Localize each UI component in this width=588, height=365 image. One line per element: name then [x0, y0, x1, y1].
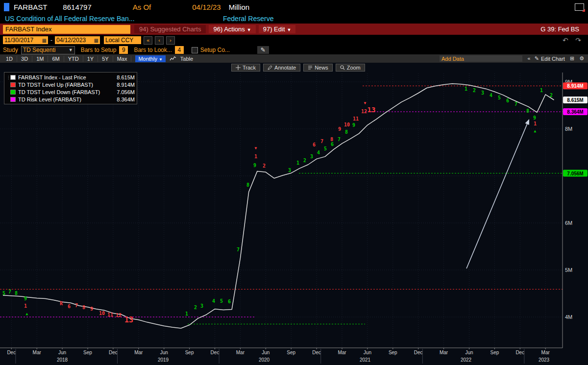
calendar-icon[interactable]: ▦ [42, 38, 47, 43]
undo-icon[interactable]: ↶ [563, 36, 568, 44]
svg-text:2022: 2022 [461, 357, 472, 363]
date-range-bar: 11/30/2017 ▦ - 04/12/2023 ▦ Local CCY « … [0, 35, 588, 46]
svg-text:8: 8 [345, 129, 348, 135]
drag-handle-icon[interactable]: ⋮ [6, 75, 10, 80]
svg-text:10: 10 [344, 122, 350, 127]
svg-text:8: 8 [15, 291, 18, 296]
table-view-button[interactable]: Table [180, 56, 193, 62]
actions-menu-button[interactable]: 96) Actions▼ [209, 25, 255, 33]
screen-export-icon[interactable] [575, 3, 584, 11]
legend-swatch [10, 97, 16, 102]
svg-text:▲: ▲ [534, 129, 537, 133]
range-tab-1y[interactable]: 1Y [83, 56, 98, 62]
legend-row-tdst-down[interactable]: TD TDST Level Down (FARBAST) 7.056M [6, 88, 135, 96]
nav-first-button[interactable]: « [144, 36, 152, 45]
unit-label: Million [229, 3, 250, 11]
chart-controls-right: Add Data « ✎ Edit Chart ⊞ ⚙ [440, 55, 586, 62]
range-tab-1m[interactable]: 1M [32, 56, 48, 62]
panel-id: G 39: Fed BS [540, 25, 579, 33]
svg-text:4: 4 [490, 93, 492, 98]
date-from-input[interactable]: 11/30/2017 ▦ [3, 36, 48, 44]
nav-next-button[interactable]: › [166, 36, 175, 45]
svg-text:Mar: Mar [541, 350, 550, 355]
svg-text:1: 1 [534, 121, 537, 126]
calendar-icon[interactable]: ▦ [94, 38, 98, 43]
svg-text:Jun: Jun [58, 350, 66, 355]
legend-label: TD TDST Level Up (FARBAST) [18, 82, 117, 88]
svg-text:4: 4 [212, 298, 215, 304]
date-to-input[interactable]: 04/12/2023 ▦ [55, 36, 100, 44]
range-tab-max[interactable]: Max [113, 56, 132, 62]
track-button[interactable]: Track [231, 64, 260, 72]
edit-menu-button[interactable]: 97) Edit▼ [259, 25, 296, 33]
nav-prev-button[interactable]: ‹ [155, 36, 164, 45]
news-label: News [315, 65, 328, 71]
add-data-input[interactable]: Add Data [440, 55, 522, 62]
range-tab-ytd[interactable]: YTD [64, 56, 83, 62]
svg-text:2018: 2018 [57, 357, 68, 363]
spreadsheet-icon[interactable]: ⊞ [570, 55, 574, 62]
svg-text:12: 12 [116, 313, 122, 318]
range-tab-6m[interactable]: 6M [48, 56, 64, 62]
range-tab-1d[interactable]: 1D [2, 56, 17, 62]
study-edit-pencil-icon[interactable]: ✎ [257, 46, 269, 54]
svg-text:7: 7 [320, 139, 323, 144]
svg-text:4M: 4M [565, 314, 572, 320]
bars-to-look-input[interactable]: 4 [175, 46, 184, 54]
svg-text:2: 2 [194, 305, 197, 310]
collapse-panel-icon[interactable]: « [527, 55, 531, 62]
legend-row-last-price[interactable]: ⋮ FARBAST Index - Last Price 8.615M [6, 73, 135, 81]
bars-to-setup-input[interactable]: 9 [119, 46, 128, 54]
security-description: US Condition of All Federal Reserve Ban.… [5, 15, 135, 23]
svg-text:Mar: Mar [338, 350, 346, 355]
redo-icon[interactable]: ↷ [575, 36, 581, 44]
line-chart-type-icon[interactable] [170, 56, 176, 61]
currency-select[interactable]: Local CCY [104, 36, 141, 44]
zoom-button[interactable]: Zoom [336, 64, 365, 72]
study-select[interactable]: TD Sequenti ▼ [21, 46, 75, 54]
legend-value: 8.364M [117, 97, 135, 102]
news-button[interactable]: News [303, 64, 333, 72]
bars-to-look-label: Bars to Look... [134, 47, 172, 53]
svg-text:6: 6 [228, 299, 231, 304]
edit-chart-label: Edit Chart [541, 56, 565, 62]
period-select[interactable]: Monthly▼ [135, 55, 165, 62]
zoom-label: Zoom [347, 65, 361, 71]
svg-text:2: 2 [303, 158, 306, 163]
edit-label: 97) Edit [263, 25, 285, 33]
svg-text:8.615M: 8.615M [567, 97, 583, 103]
news-lines-icon [308, 65, 313, 70]
edit-chart-button[interactable]: ✎ Edit Chart [535, 55, 565, 62]
svg-text:7: 7 [237, 247, 240, 252]
period-value: Monthly [138, 56, 157, 62]
security-header: FARBAST 8614797 As Of 04/12/23 Million [0, 0, 588, 14]
history-controls: ↶ ↷ [558, 36, 581, 44]
svg-text:7: 7 [8, 289, 11, 294]
security-description-row: US Condition of All Federal Reserve Ban.… [0, 14, 588, 24]
svg-text:Dec: Dec [7, 350, 16, 355]
chart-controls-bar: 1D 3D 1M 6M YTD 1Y 5Y Max Monthly▼ Table… [0, 54, 588, 63]
ticker-symbol: FARBAST [14, 3, 47, 11]
suggested-charts-button[interactable]: 94) Suggested Charts [134, 25, 206, 33]
svg-text:8: 8 [526, 108, 529, 114]
date-from-value: 11/30/2017 [4, 37, 33, 44]
legend-row-tdst-up[interactable]: TD TDST Level Up (FARBAST) 8.914M [6, 81, 135, 88]
svg-text:7: 7 [338, 137, 341, 142]
range-tab-3d[interactable]: 3D [17, 56, 32, 62]
annotate-label: Annotate [274, 65, 296, 71]
chart-canvas[interactable]: 57891▲R678910111213123456789▼12312345678… [0, 63, 588, 365]
annotate-button[interactable]: Annotate [263, 64, 300, 72]
svg-text:Jun: Jun [262, 350, 270, 355]
setup-count-checkbox[interactable] [192, 47, 198, 53]
legend-value: 8.914M [117, 82, 135, 88]
security-input[interactable]: FARBAST Index [3, 25, 130, 34]
settings-gear-icon[interactable]: ⚙ [579, 55, 584, 62]
svg-text:3: 3 [310, 154, 313, 159]
chevron-down-icon: ▼ [247, 27, 251, 32]
svg-text:Jun: Jun [364, 350, 371, 355]
legend-row-risk-level[interactable]: TD Risk Level (FARBAST) 8.364M [6, 96, 135, 103]
terminal-logo-icon [4, 3, 9, 11]
svg-text:5M: 5M [565, 267, 572, 273]
range-tab-5y[interactable]: 5Y [98, 56, 113, 62]
chevron-down-icon: ▼ [159, 57, 163, 62]
